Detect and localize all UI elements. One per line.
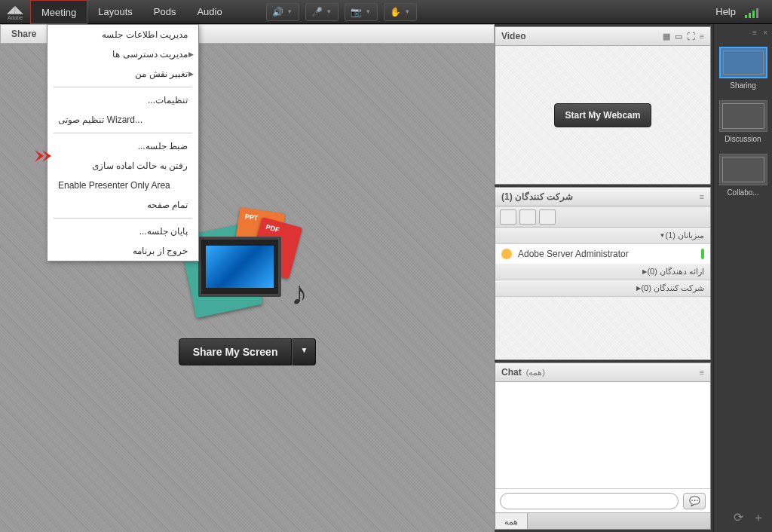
attendee-view-status[interactable] <box>519 209 536 225</box>
meeting-dropdown: مدیریت اطلاعات جلسه مدیریت دسترسی ها▶ تغ… <box>47 24 199 261</box>
share-illustration: ♪ <box>179 210 315 323</box>
dropdown-manage-access[interactable]: مدیریت دسترسی ها▶ <box>47 44 198 64</box>
separator <box>54 133 192 133</box>
layout-icon[interactable]: ▭ <box>675 32 682 41</box>
hosts-group[interactable]: میزبانان (1)▼ <box>495 228 710 244</box>
share-screen-dropdown[interactable]: ▼ <box>292 338 316 365</box>
separator <box>54 218 192 219</box>
chat-tab-everyone[interactable]: همه <box>495 513 528 529</box>
video-title: Video <box>501 31 525 41</box>
layouts-sidebar: ≡ × Sharing Discussion Collabo... ⟳ ＋ <box>713 24 772 532</box>
dropdown-exit[interactable]: خروج از برنامه <box>47 241 198 261</box>
grid-icon[interactable]: ▦ <box>663 32 670 41</box>
dropdown-prepare-mode[interactable]: رفتن به حالت اماده سازی <box>47 156 198 176</box>
attendee-toolbar <box>495 206 710 228</box>
attendees-count: (1) <box>501 191 513 202</box>
chat-pod: Chat (همه) ≡ 💬 همه <box>495 362 711 530</box>
layout-collaboration[interactable]: Collabo... <box>718 154 767 197</box>
menu-audio[interactable]: Audio <box>186 0 232 24</box>
video-pod: Video ▦ ▭ ⛶ ≡ Start My Webcam <box>495 26 711 185</box>
refresh-icon[interactable]: ⟳ <box>734 510 743 526</box>
attendee-row[interactable]: Adobe Server Administrator <box>495 244 710 264</box>
attendees-title: شرکت کنندگان <box>515 191 573 202</box>
chat-send-button[interactable]: 💬 <box>683 493 706 509</box>
chat-input[interactable] <box>500 493 679 509</box>
chevron-right-icon: ▶ <box>188 70 194 78</box>
menu-pods[interactable]: Pods <box>143 0 187 24</box>
layout-sharing[interactable]: Sharing <box>718 47 767 90</box>
adobe-logo: ◢◣ Adobe <box>0 0 30 24</box>
dropdown-change-role[interactable]: تغییر نقش من▶ <box>47 64 198 84</box>
sidebar-menu-icon[interactable]: ≡ <box>752 29 757 42</box>
layout-discussion[interactable]: Discussion <box>718 100 767 143</box>
pod-menu-icon[interactable]: ≡ <box>700 192 704 201</box>
dropdown-audio-wizard[interactable]: تنظیم صوتی Wizard... <box>47 110 198 130</box>
microphone-icon[interactable]: 🎤▼ <box>305 3 339 21</box>
sidebar-close-icon[interactable]: × <box>763 29 767 42</box>
participants-group[interactable]: شرکت کنندگان (0)▶ <box>495 280 710 297</box>
dropdown-record[interactable]: ضبط جلسه... <box>47 136 198 156</box>
host-icon <box>501 249 512 259</box>
presenters-group[interactable]: ارائه دهندگان (0)▶ <box>495 264 710 280</box>
separator <box>54 87 192 87</box>
add-layout-icon[interactable]: ＋ <box>752 510 764 526</box>
status-indicator <box>701 249 704 259</box>
webcam-icon[interactable]: 📷▼ <box>345 3 378 21</box>
pod-menu-icon[interactable]: ≡ <box>700 368 704 377</box>
pod-menu-icon[interactable]: ≡ <box>700 32 704 41</box>
raise-hand-icon[interactable]: ✋▼ <box>384 3 417 21</box>
menu-layouts[interactable]: Layouts <box>87 0 143 24</box>
attendee-view-list[interactable] <box>500 209 516 225</box>
dropdown-manage-info[interactable]: مدیریت اطلاعات جلسه <box>47 25 198 44</box>
dropdown-end-meeting[interactable]: پایان جلسه... <box>47 222 198 241</box>
video-pod-header: Video ▦ ▭ ⛶ ≡ <box>495 27 710 46</box>
attendee-name: Adobe Server Administrator <box>518 249 629 259</box>
share-title: Share <box>1 29 47 39</box>
top-menu-bar: ◢◣ Adobe Meeting Layouts Pods Audio 🔊▼ 🎤… <box>0 0 772 24</box>
chat-title: Chat <box>501 367 522 378</box>
attendees-header: شرکت کنندگان (1) ≡ <box>495 188 710 206</box>
dropdown-preferences[interactable]: تنظیمات... <box>47 90 198 110</box>
chat-messages <box>495 382 710 488</box>
menu-meeting[interactable]: Meeting <box>30 0 87 24</box>
chat-subtitle: (همه) <box>526 368 545 378</box>
callout-arrow-icon <box>35 147 59 168</box>
connection-signal-icon[interactable] <box>745 6 763 18</box>
chevron-right-icon: ▶ <box>188 50 194 58</box>
chat-header: Chat (همه) ≡ <box>495 363 710 382</box>
start-webcam-button[interactable]: Start My Webcam <box>554 103 652 127</box>
menu-help[interactable]: Help <box>706 6 745 17</box>
dropdown-presenter-only[interactable]: Enable Presenter Only Area <box>47 176 198 195</box>
share-screen-button[interactable]: Share My Screen <box>179 338 293 365</box>
dropdown-full-screen[interactable]: تمام صفحه <box>47 195 198 215</box>
speaker-icon[interactable]: 🔊▼ <box>266 3 299 21</box>
fullscreen-icon[interactable]: ⛶ <box>687 32 695 41</box>
attendees-pod: شرکت کنندگان (1) ≡ میزبانان (1)▼ Adobe S… <box>495 187 711 360</box>
attendee-view-breakout[interactable] <box>539 209 556 225</box>
